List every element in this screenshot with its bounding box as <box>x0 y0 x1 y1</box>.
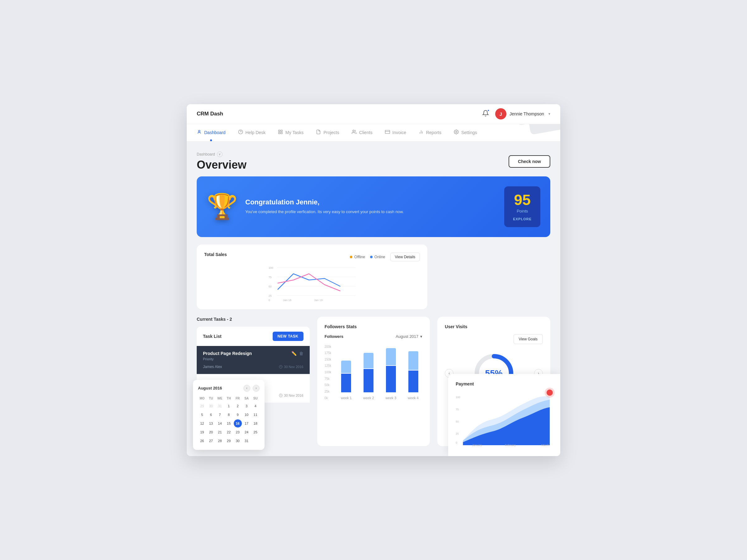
cal-day[interactable]: 15 <box>225 419 233 427</box>
cal-day[interactable]: 26 <box>198 437 206 445</box>
delete-icon[interactable]: 🗑 <box>299 351 304 356</box>
nav-item-projects[interactable]: Projects <box>316 124 339 141</box>
y-axis-labels: 200k 175k 150k 125k 100k 75k 50k 25k 0k <box>325 345 332 400</box>
cal-day[interactable]: 8 <box>225 411 233 419</box>
cal-day[interactable]: 1 <box>225 402 233 410</box>
promo-text: Congratulation Jennie, You've completed … <box>245 198 497 215</box>
cal-day[interactable]: 10 <box>242 411 251 419</box>
page-title: Overview <box>197 158 247 171</box>
cal-day[interactable]: 6 <box>207 411 215 419</box>
cal-day[interactable]: 30 <box>207 402 215 410</box>
followers-period[interactable]: August 2017 ▾ <box>395 334 422 339</box>
calendar-header: August 2016 ‹ › <box>198 385 260 392</box>
cal-day[interactable]: 31 <box>216 402 224 410</box>
promo-description: You've completed the profile verfication… <box>245 209 497 215</box>
cal-day[interactable]: 29 <box>225 437 233 445</box>
cal-day[interactable]: 11 <box>252 411 260 419</box>
task-list-title: Task List <box>203 334 222 339</box>
dropdown-icon: ▾ <box>420 334 422 339</box>
cal-day[interactable]: 7 <box>216 411 224 419</box>
cal-day[interactable]: 9 <box>234 411 242 419</box>
followers-card: Followers Stats Followers August 2017 ▾ … <box>317 317 430 446</box>
task-meta: James Alex 30 Nov 2016 <box>203 365 304 369</box>
cal-day[interactable]: 13 <box>207 419 215 427</box>
cal-day[interactable]: 28 <box>216 437 224 445</box>
nav-item-helpdesk[interactable]: Help Desk <box>238 124 266 141</box>
user-name: Jennie Thompson <box>510 111 544 116</box>
task-date: 30 Nov 2016 <box>279 365 303 369</box>
task-date: 30 Nov 2016 <box>279 394 303 397</box>
view-goals-button[interactable]: View Goals <box>514 334 543 344</box>
cal-day[interactable]: 29 <box>198 402 206 410</box>
projects-icon <box>316 129 321 136</box>
cal-day[interactable]: 25 <box>252 428 260 436</box>
nav-item-mytasks[interactable]: My Tasks <box>278 124 304 141</box>
cal-day[interactable]: 5 <box>198 411 206 419</box>
cal-day[interactable]: 20 <box>207 428 215 436</box>
cal-day[interactable]: 19 <box>198 428 206 436</box>
bar-light <box>364 353 374 368</box>
svg-text:75: 75 <box>456 407 459 411</box>
svg-text:50: 50 <box>456 420 459 423</box>
cal-day[interactable]: 18 <box>252 419 260 427</box>
mytasks-icon <box>278 129 283 136</box>
svg-text:Jan 18: Jan 18 <box>283 299 291 302</box>
explore-label[interactable]: EXPLORE <box>513 217 532 221</box>
calendar-prev-button[interactable]: ‹ <box>243 385 250 392</box>
main-nav: Dashboard Help Desk My Tasks <box>187 124 560 141</box>
new-task-button[interactable]: NEW TASK <box>273 331 304 341</box>
check-now-button[interactable]: Check now <box>509 155 550 168</box>
svg-point-9 <box>353 130 354 132</box>
user-profile[interactable]: J Jennie Thompson ▾ <box>495 108 550 119</box>
reports-icon <box>419 129 423 136</box>
promo-title: Congratulation Jennie, <box>245 198 497 206</box>
nav-item-dashboard[interactable]: Dashboard <box>197 124 226 141</box>
offline-dot <box>350 256 352 258</box>
nav-item-invoice[interactable]: Invoice <box>385 124 406 141</box>
cal-day[interactable]: 21 <box>216 428 224 436</box>
cal-day[interactable]: 27 <box>207 437 215 445</box>
cal-day[interactable]: 17 <box>242 419 251 427</box>
calendar-nav: ‹ › <box>243 385 260 392</box>
svg-text:January: January <box>472 443 482 447</box>
edit-icon[interactable]: ✏️ <box>291 351 297 356</box>
sales-chart-area: 100 75 50 25 0 <box>204 264 420 302</box>
legend-online: Online <box>370 255 385 259</box>
svg-rect-5 <box>279 130 280 132</box>
cal-day[interactable]: 23 <box>234 428 242 436</box>
nav-item-reports[interactable]: Reports <box>419 124 441 141</box>
svg-text:100: 100 <box>268 266 273 269</box>
user-visits-section-label: User Visits <box>445 324 543 329</box>
app-logo: CRM Dash <box>197 111 223 117</box>
nav-item-clients[interactable]: Clients <box>352 124 372 141</box>
svg-rect-7 <box>281 132 282 134</box>
cal-day[interactable]: 22 <box>225 428 233 436</box>
payment-card: Payment 100 75 50 25 0 January February … <box>448 374 560 456</box>
task-actions: ✏️ 🗑 <box>291 351 304 356</box>
task-priority: Priority <box>203 357 252 361</box>
svg-text:50: 50 <box>268 285 272 288</box>
nav-label-reports: Reports <box>426 130 441 135</box>
cal-day[interactable]: 4 <box>252 402 260 410</box>
nav-item-settings[interactable]: Settings <box>454 124 477 141</box>
online-dot <box>370 256 372 258</box>
cal-day[interactable]: 14 <box>216 419 224 427</box>
nav-label-clients: Clients <box>359 130 372 135</box>
cal-day-today[interactable]: 16 <box>234 419 242 427</box>
breadcrumb: Dashboard ∨ <box>197 152 247 157</box>
cal-day[interactable]: 12 <box>198 419 206 427</box>
task-item: Product Page Redesign Priority ✏️ 🗑 Jame… <box>197 346 310 374</box>
svg-text:100: 100 <box>456 395 460 399</box>
payment-chart-container: 100 75 50 25 0 January February March <box>456 391 553 449</box>
calendar-next-button[interactable]: › <box>253 385 260 392</box>
cal-day[interactable]: 30 <box>234 437 242 445</box>
notification-bell[interactable] <box>482 110 489 118</box>
cal-day[interactable]: 3 <box>242 402 251 410</box>
cal-day[interactable]: 31 <box>242 437 251 445</box>
avatar: J <box>495 108 507 119</box>
bar-group-week3: week 3 <box>382 340 400 400</box>
view-details-button[interactable]: View Details <box>390 252 420 261</box>
cal-day[interactable]: 24 <box>242 428 251 436</box>
cal-day[interactable]: 2 <box>234 402 242 410</box>
points-box: 95 Points EXPLORE <box>504 186 540 227</box>
